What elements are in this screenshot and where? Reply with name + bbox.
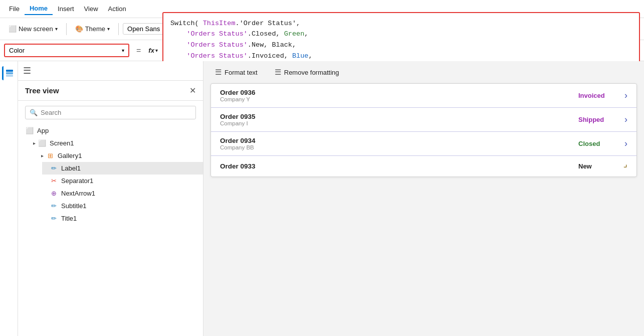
menu-file[interactable]: File — [4, 3, 25, 15]
status-badge-0933: New — [578, 162, 618, 170]
separator1-label: Separator1 — [61, 177, 93, 185]
arrow-icon-0936[interactable]: › — [624, 90, 627, 101]
format-bar: ☰ Format text ☰ Remove formatting — [203, 61, 644, 83]
tree-item-separator1[interactable]: ✂ Separator1 — [42, 175, 203, 187]
fx-button[interactable]: fx ▾ — [144, 44, 162, 57]
arrow-icon-0933[interactable]: › — [621, 161, 630, 171]
screen-icon: ⬜ — [38, 139, 47, 147]
label1-label: Label1 — [61, 164, 81, 172]
formula-order-status: .'Order Status', — [236, 20, 301, 27]
gallery1-chevron-icon: ▸ — [41, 153, 44, 158]
content-area: ☰ Format text ☰ Remove formatting Order … — [203, 61, 644, 336]
menu-home[interactable]: Home — [25, 3, 53, 15]
nextarrow1-label: NextArrow1 — [61, 190, 95, 197]
formula-switch-kw: Switch( — [170, 20, 203, 27]
tree-item-subtitle1[interactable]: ✏ Subtitle1 — [42, 200, 203, 212]
formula-line-4: 'Orders Status'.Invoiced, Blue, — [170, 51, 632, 62]
tree-items: ⬜ App ▸ ⬜ Screen1 ▸ ⊞ Gallery1 ✏ Label1 — [18, 124, 203, 336]
menu-action[interactable]: Action — [103, 3, 131, 15]
property-label: Color — [9, 47, 25, 54]
order-info-0933: Order 0933 — [220, 162, 578, 170]
left-sidebar — [0, 61, 18, 336]
search-icon: 🔍 — [30, 109, 38, 116]
gallery-preview: Order 0936 Company Y Invoiced › Order 09… — [210, 83, 637, 177]
gallery1-label: Gallery1 — [58, 152, 82, 159]
chevron-down-icon-2: ▾ — [107, 26, 110, 32]
title1-icon: ✏ — [49, 215, 58, 222]
order-info-0936: Order 0936 Company Y — [220, 89, 578, 102]
arrow-icon-0934[interactable]: › — [624, 138, 627, 149]
format-text-icon: ☰ — [215, 68, 222, 77]
svg-rect-0 — [6, 70, 13, 72]
format-text-label: Format text — [225, 69, 258, 76]
gallery-row-0934[interactable]: Order 0934 Company BB Closed › — [211, 132, 636, 156]
label1-icon: ✏ — [49, 164, 58, 172]
svg-rect-2 — [6, 75, 13, 77]
tree-item-title1[interactable]: ✏ Title1 — [42, 212, 203, 225]
order-number-0936: Order 0936 — [220, 89, 578, 96]
status-badge-0936: Invoiced — [578, 92, 618, 99]
equals-sign: = — [136, 46, 141, 55]
toolbar-separator-1 — [66, 23, 67, 35]
toolbar-separator-2 — [118, 23, 119, 35]
tree-item-app[interactable]: ⬜ App — [18, 124, 203, 137]
theme-icon: 🎨 — [75, 25, 83, 33]
menu-insert[interactable]: Insert — [53, 3, 79, 15]
close-tree-button[interactable]: ✕ — [189, 86, 196, 95]
tree-item-label1[interactable]: ✏ Label1 — [42, 162, 203, 175]
formula-line-1: Switch( ThisItem.'Order Status', — [170, 18, 632, 29]
gallery-row-0933[interactable]: Order 0933 New › — [211, 156, 636, 177]
subtitle1-label: Subtitle1 — [61, 202, 87, 210]
new-screen-icon: ⬜ — [9, 25, 17, 33]
hamburger-icon[interactable]: ☰ — [23, 65, 31, 76]
gallery-row-0936[interactable]: Order 0936 Company Y Invoiced › — [211, 84, 636, 108]
formula-new: .New, — [248, 41, 272, 49]
formula-comma-1: , — [304, 30, 308, 38]
gallery-row-0935[interactable]: Order 0935 Company I Shipped › — [211, 108, 636, 132]
svg-rect-1 — [6, 72, 13, 74]
remove-formatting-icon: ☰ — [275, 68, 281, 77]
status-badge-0934: Closed — [578, 140, 618, 147]
formula-invoiced: .Invoiced, — [248, 52, 292, 60]
formula-comma-3: , — [308, 52, 312, 60]
theme-button[interactable]: 🎨 Theme ▾ — [71, 23, 114, 35]
subtitle1-icon: ✏ — [49, 202, 58, 210]
layers-icon[interactable] — [2, 66, 16, 80]
menu-view[interactable]: View — [79, 3, 103, 15]
remove-formatting-label: Remove formatting — [284, 69, 339, 76]
search-box: 🔍 — [25, 106, 196, 119]
app-label: App — [37, 127, 49, 134]
formula-indent-2 — [170, 30, 186, 38]
order-info-0935: Order 0935 Company I — [220, 113, 578, 126]
remove-formatting-button[interactable]: ☰ Remove formatting — [270, 65, 344, 79]
font-value: Open Sans — [127, 25, 160, 33]
new-screen-label: New screen — [19, 25, 53, 33]
screen1-label: Screen1 — [50, 139, 74, 147]
tree-item-screen1[interactable]: ▸ ⬜ Screen1 — [26, 137, 203, 149]
arrow-icon-0935[interactable]: › — [624, 114, 627, 125]
formula-bar: Color ▾ = fx ▾ Switch( ThisItem.'Order S… — [0, 40, 644, 61]
formula-string-2: 'Orders Status' — [186, 41, 248, 49]
tree-header: Tree view ✕ — [18, 81, 203, 101]
status-badge-0935: Shipped — [578, 116, 618, 123]
chevron-down-icon-10: ▾ — [122, 48, 124, 53]
main-area: ☰ Tree view ✕ 🔍 ⬜ App ▸ ⬜ Screen1 ▸ — [0, 61, 644, 336]
tree-panel: ☰ Tree view ✕ 🔍 ⬜ App ▸ ⬜ Screen1 ▸ — [18, 61, 203, 336]
chevron-down-icon-11: ▾ — [155, 48, 158, 53]
title1-label: Title1 — [61, 215, 77, 222]
formula-comma-2: , — [292, 41, 296, 49]
chevron-down-icon: ▾ — [55, 26, 58, 32]
property-selector[interactable]: Color ▾ — [4, 44, 129, 57]
app-icon: ⬜ — [25, 127, 34, 134]
search-input[interactable] — [41, 109, 191, 116]
tree-item-nextarrow1[interactable]: ⊕ NextArrow1 — [42, 187, 203, 200]
format-text-button[interactable]: ☰ Format text — [210, 65, 262, 79]
formula-closed: .Closed, — [248, 30, 284, 38]
theme-label: Theme — [85, 25, 105, 33]
new-screen-button[interactable]: ⬜ New screen ▾ — [4, 23, 62, 35]
gallery-icon: ⊞ — [46, 152, 55, 159]
formula-indent-4 — [170, 52, 186, 60]
tree-item-gallery1[interactable]: ▸ ⊞ Gallery1 — [34, 149, 203, 162]
formula-blue: Blue — [292, 52, 308, 60]
order-number-0934: Order 0934 — [220, 137, 578, 144]
